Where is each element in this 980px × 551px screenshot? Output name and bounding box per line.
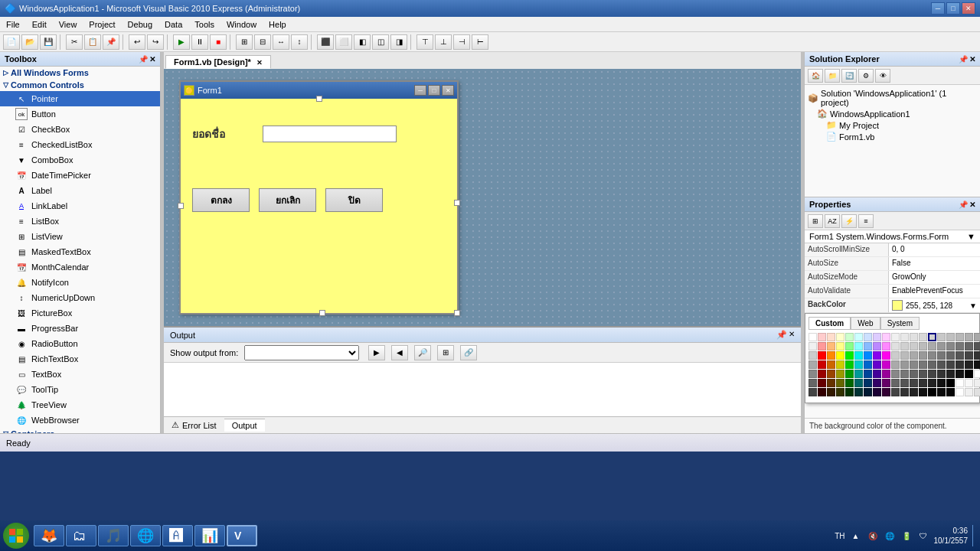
- menu-window[interactable]: Window: [220, 18, 263, 31]
- color-swatch[interactable]: [827, 388, 835, 396]
- color-swatch[interactable]: [808, 342, 817, 350]
- resize-handle-top[interactable]: [316, 96, 322, 102]
- color-swatch[interactable]: [818, 333, 826, 341]
- form-minimize-button[interactable]: ─: [414, 85, 426, 96]
- color-swatch[interactable]: [919, 351, 927, 360]
- color-swatch[interactable]: [854, 388, 863, 396]
- color-swatch[interactable]: [854, 333, 863, 341]
- output-toolbar-btn1[interactable]: ▶: [368, 345, 385, 360]
- color-swatch[interactable]: [919, 333, 927, 341]
- color-swatch[interactable]: [956, 388, 964, 396]
- toolbox-item-radiobutton[interactable]: ◉ RadioButton: [0, 336, 160, 351]
- color-swatch[interactable]: [818, 379, 826, 387]
- toolbox-item-combobox[interactable]: ▼ ComboBox: [0, 152, 160, 168]
- color-swatch[interactable]: [928, 388, 936, 396]
- color-swatch[interactable]: [946, 333, 955, 341]
- color-swatch[interactable]: [864, 388, 872, 396]
- color-swatch[interactable]: [946, 342, 955, 350]
- color-swatch[interactable]: [808, 351, 817, 360]
- language-indicator[interactable]: TH: [835, 532, 844, 540]
- toolbox-item-richtextbox[interactable]: ▤ RichTextBox: [0, 351, 160, 367]
- prop-value-autoscrollminsize[interactable]: 0, 0: [889, 243, 980, 256]
- color-swatch[interactable]: [956, 370, 964, 378]
- output-toolbar-btn5[interactable]: 🔗: [460, 345, 477, 360]
- color-swatch[interactable]: [873, 379, 881, 387]
- tab-error-list[interactable]: ⚠ Error List: [164, 419, 224, 432]
- tab-close-icon[interactable]: ✕: [256, 59, 263, 67]
- solution-pin-icon[interactable]: 📌: [959, 55, 968, 64]
- toolbox-item-notifyicon[interactable]: 🔔 NotifyIcon: [0, 275, 160, 290]
- taskbar-app-access[interactable]: 🅰: [162, 525, 193, 546]
- color-swatch[interactable]: [827, 370, 835, 378]
- color-swatch[interactable]: [937, 379, 946, 387]
- color-tab-custom[interactable]: Custom: [808, 317, 851, 330]
- toolbox-item-maskedtextbox[interactable]: ▤ MaskedTextBox: [0, 244, 160, 259]
- sol-toolbar-btn2[interactable]: 📁: [825, 69, 840, 83]
- output-toolbar-btn2[interactable]: ◀: [391, 345, 408, 360]
- start-button[interactable]: [3, 523, 29, 549]
- color-swatch[interactable]: [873, 351, 881, 360]
- menu-file[interactable]: File: [0, 18, 26, 31]
- color-swatch[interactable]: [937, 360, 946, 369]
- output-close-icon[interactable]: ✕: [789, 330, 795, 340]
- toolbar-open[interactable]: 📂: [21, 34, 38, 50]
- color-swatch[interactable]: [974, 333, 980, 341]
- tab-form1-design[interactable]: Form1.vb [Design]* ✕: [165, 55, 271, 69]
- color-swatch[interactable]: [946, 388, 955, 396]
- color-swatch[interactable]: [946, 360, 955, 369]
- color-swatch[interactable]: [882, 333, 890, 341]
- color-swatch[interactable]: [845, 370, 854, 378]
- color-swatch[interactable]: [882, 351, 890, 360]
- taskbar-app-chrome[interactable]: 🌐: [130, 525, 161, 546]
- color-swatch[interactable]: [854, 351, 863, 360]
- menu-tools[interactable]: Tools: [188, 18, 220, 31]
- color-swatch[interactable]: [910, 342, 918, 350]
- color-swatch[interactable]: [928, 333, 936, 341]
- form-close-button[interactable]: ✕: [442, 85, 454, 96]
- toolbox-item-datetimepicker[interactable]: 📅 DateTimePicker: [0, 168, 160, 183]
- menu-view[interactable]: View: [53, 18, 83, 31]
- color-swatch[interactable]: [900, 360, 909, 369]
- toolbar-cut[interactable]: ✂: [66, 34, 83, 50]
- color-swatch[interactable]: [937, 388, 946, 396]
- toolbar-copy[interactable]: 📋: [84, 34, 101, 50]
- solution-close-icon[interactable]: ✕: [969, 55, 975, 64]
- toolbar-b3[interactable]: ↔: [273, 34, 289, 50]
- color-swatch[interactable]: [808, 370, 817, 378]
- color-swatch[interactable]: [836, 388, 844, 396]
- color-swatch[interactable]: [910, 351, 918, 360]
- form-button-cancel[interactable]: ยกเลิก: [259, 188, 316, 212]
- toolbox-item-webbrowser[interactable]: 🌐 WebBrowser: [0, 412, 160, 428]
- toolbox-item-textbox[interactable]: ▭ TextBox: [0, 367, 160, 382]
- color-swatch[interactable]: [854, 370, 863, 378]
- color-swatch[interactable]: [836, 351, 844, 360]
- color-swatch[interactable]: [818, 370, 826, 378]
- toolbox-item-listview[interactable]: ⊞ ListView: [0, 229, 160, 244]
- toolbox-item-label[interactable]: A Label: [0, 183, 160, 198]
- solution-item-root[interactable]: 📦 Solution 'WindowsApplication1' (1 proj…: [805, 88, 980, 108]
- show-desktop-button[interactable]: [972, 525, 977, 546]
- form-window[interactable]: 🟡 Form1 ─ □ ✕ ยอดช: [179, 80, 459, 315]
- toolbox-item-button[interactable]: ok Button: [0, 106, 160, 122]
- toolbar-b8[interactable]: ◫: [372, 34, 389, 50]
- color-swatch[interactable]: [956, 342, 964, 350]
- color-swatch[interactable]: [818, 351, 826, 360]
- toolbar-b7[interactable]: ◧: [354, 34, 371, 50]
- color-swatch[interactable]: [928, 342, 936, 350]
- color-swatch[interactable]: [873, 370, 881, 378]
- toolbar-b12[interactable]: ⊣: [453, 34, 470, 50]
- toolbox-pin-icon[interactable]: 📌: [139, 55, 148, 64]
- backcolor-dropdown-icon[interactable]: ▼: [969, 302, 977, 310]
- color-swatch[interactable]: [919, 379, 927, 387]
- color-swatch[interactable]: [937, 351, 946, 360]
- color-swatch[interactable]: [836, 379, 844, 387]
- color-swatch[interactable]: [928, 379, 936, 387]
- form-button-close[interactable]: ปิด: [325, 188, 383, 212]
- menu-data[interactable]: Data: [158, 18, 188, 31]
- color-swatch[interactable]: [900, 342, 909, 350]
- toolbox-item-pointer[interactable]: ↖ Pointer: [0, 91, 160, 106]
- toolbar-run[interactable]: ▶: [173, 34, 190, 50]
- color-swatch[interactable]: [891, 388, 900, 396]
- toolbox-close-icon[interactable]: ✕: [149, 55, 155, 64]
- color-swatch[interactable]: [836, 360, 844, 369]
